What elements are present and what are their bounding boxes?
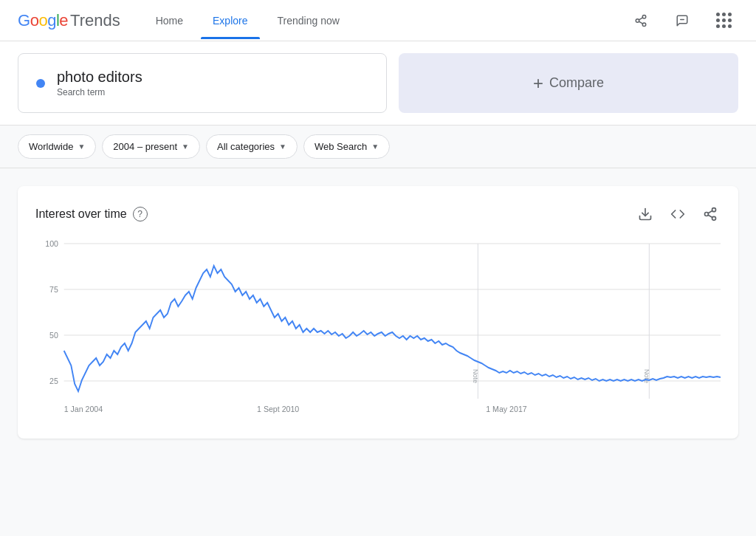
chevron-down-icon: ▼ [78, 142, 85, 151]
filter-location[interactable]: Worldwide ▼ [18, 134, 96, 159]
chevron-down-icon: ▼ [371, 142, 379, 151]
svg-text:75: 75 [49, 285, 58, 294]
svg-text:Note: Note [643, 369, 650, 383]
apps-button[interactable] [709, 6, 738, 35]
help-icon[interactable]: ? [133, 207, 148, 221]
nav-item-trending-now[interactable]: Trending now [266, 9, 351, 32]
embed-button[interactable] [667, 204, 688, 224]
chevron-down-icon: ▼ [182, 142, 189, 151]
filter-time[interactable]: 2004 – present ▼ [102, 134, 200, 159]
svg-line-4 [639, 17, 642, 19]
card-title-area: Interest over time ? [35, 207, 148, 221]
search-term-type: Search term [57, 87, 142, 97]
share-button[interactable] [626, 6, 656, 35]
main-nav: Home Explore Trending now [144, 9, 626, 32]
interest-chart: 100 75 50 25 Note Note 1 Jan 2004 1 Sept… [35, 236, 721, 421]
main-content: Interest over time ? [0, 168, 756, 456]
filters-area: Worldwide ▼ 2004 – present ▼ All categor… [0, 125, 756, 168]
search-term-info: photo editors Search term [57, 69, 142, 97]
card-title: Interest over time [35, 207, 127, 221]
interest-over-time-card: Interest over time ? [18, 186, 738, 439]
logo: Google Trends [18, 11, 120, 30]
filter-search-type[interactable]: Web Search ▼ [303, 134, 390, 159]
search-area: photo editors Search term + Compare [0, 41, 756, 125]
nav-item-home[interactable]: Home [144, 9, 195, 32]
search-term-card: photo editors Search term [18, 53, 387, 113]
header: Google Trends Home Explore Trending now [0, 0, 756, 41]
svg-text:1 May 2017: 1 May 2017 [486, 405, 526, 413]
nav-item-explore[interactable]: Explore [201, 9, 259, 32]
svg-text:Note: Note [472, 369, 479, 383]
svg-text:1 Jan 2004: 1 Jan 2004 [64, 405, 103, 413]
header-actions [626, 6, 738, 35]
svg-text:50: 50 [49, 331, 58, 340]
filter-time-label: 2004 – present [113, 141, 177, 152]
svg-line-11 [708, 210, 712, 213]
svg-text:100: 100 [45, 239, 58, 248]
download-button[interactable] [635, 204, 656, 224]
share-chart-button[interactable] [700, 204, 721, 224]
filter-location-label: Worldwide [29, 141, 73, 152]
google-logo: Google [18, 11, 68, 30]
apps-grid-icon [716, 13, 732, 28]
card-actions [635, 204, 721, 224]
svg-line-10 [708, 215, 712, 217]
compare-card[interactable]: + Compare [399, 53, 738, 113]
compare-label: Compare [549, 75, 604, 91]
feedback-button[interactable] [667, 6, 697, 35]
filter-category[interactable]: All categories ▼ [206, 134, 298, 159]
search-row: photo editors Search term + Compare [18, 53, 738, 113]
svg-text:1 Sept 2010: 1 Sept 2010 [257, 405, 299, 413]
svg-text:25: 25 [49, 377, 58, 385]
filter-category-label: All categories [217, 141, 275, 152]
trends-logo-text: Trends [70, 11, 120, 30]
chart-container: 100 75 50 25 Note Note 1 Jan 2004 1 Sept… [35, 236, 721, 421]
svg-line-3 [639, 21, 642, 24]
chevron-down-icon: ▼ [279, 142, 286, 151]
compare-plus-icon: + [533, 73, 543, 94]
search-term-name: photo editors [57, 69, 142, 86]
filter-search-type-label: Web Search [315, 141, 367, 152]
card-header: Interest over time ? [35, 204, 721, 224]
search-dot [36, 79, 45, 88]
